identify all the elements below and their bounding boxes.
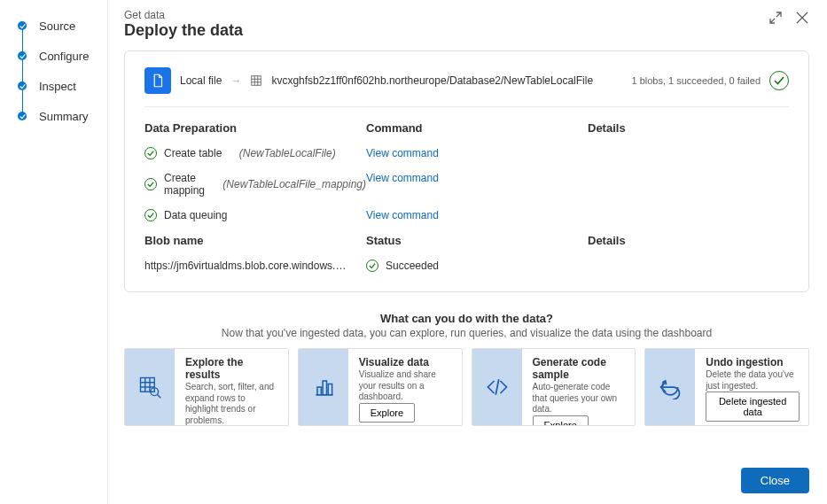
step-summary[interactable]: Summary	[18, 101, 107, 131]
prep-row: Create table (NewTableLocalFile)	[144, 147, 366, 159]
step-inspect[interactable]: Inspect	[18, 71, 107, 101]
page-pretitle: Get data	[124, 9, 768, 21]
tile-desc: Search, sort, filter, and expand rows to…	[185, 382, 279, 426]
code-icon	[472, 349, 522, 425]
tile-visualize: Visualize data Visualize and share your …	[298, 348, 463, 426]
arrow-icon: →	[230, 74, 241, 87]
svg-rect-1	[141, 378, 155, 392]
check-icon	[18, 112, 27, 120]
step-label: Source	[39, 19, 75, 33]
table-search-icon	[125, 349, 175, 425]
view-command-link[interactable]: View command	[366, 172, 588, 197]
main-panel: Get data Deploy the data Local file → kv…	[108, 0, 827, 504]
path-row: Local file → kvcxghfsb2z1ff0nf602hb.nort…	[144, 67, 789, 107]
tile-desc: Delete the data you've just ingested.	[706, 369, 800, 392]
action-tiles: Explore the results Search, sort, filter…	[124, 348, 809, 426]
tile-title: Generate code sample	[533, 356, 627, 381]
svg-rect-4	[323, 381, 326, 395]
step-source[interactable]: Source	[18, 11, 107, 41]
tile-explore: Explore the results Search, sort, filter…	[124, 348, 289, 426]
prep-detail: (NewTableLocalFile_mapping)	[222, 178, 366, 190]
prep-label: Data queuing	[164, 209, 227, 221]
view-command-link[interactable]: View command	[366, 147, 588, 159]
check-icon	[18, 21, 27, 30]
prep-row: Data queuing	[144, 209, 366, 221]
check-icon	[18, 81, 27, 90]
col-command: Command	[366, 121, 588, 135]
step-label: Configure	[39, 50, 89, 63]
col-status: Status	[366, 234, 588, 247]
database-icon	[250, 74, 262, 87]
promo-subtitle: Now that you've ingested data, you can e…	[124, 327, 809, 339]
expand-icon[interactable]	[768, 11, 783, 25]
step-connector	[22, 23, 23, 112]
chart-icon	[299, 349, 348, 425]
undo-icon	[645, 349, 695, 425]
svg-rect-0	[252, 76, 261, 86]
check-icon	[144, 178, 157, 190]
prep-label: Create table	[164, 147, 222, 159]
step-label: Summary	[39, 110, 89, 123]
tile-title: Visualize data	[359, 356, 453, 368]
col-details-2: Details	[588, 234, 789, 247]
close-icon[interactable]	[795, 11, 809, 25]
view-command-link[interactable]: View command	[366, 209, 588, 221]
prep-detail: (NewTableLocalFile)	[239, 147, 336, 159]
details-cell	[588, 172, 789, 197]
tile-title: Explore the results	[185, 356, 279, 381]
prep-row: Create mapping (NewTableLocalFile_mappin…	[144, 172, 366, 197]
prep-label: Create mapping	[164, 172, 206, 197]
tile-desc: Auto-generate code that queries your own…	[533, 382, 627, 415]
explore-button[interactable]: Explore	[359, 403, 415, 423]
deploy-card: Local file → kvcxghfsb2z1ff0nf602hb.nort…	[124, 50, 809, 292]
col-details: Details	[588, 121, 789, 135]
blob-status: Succeeded	[366, 260, 588, 272]
file-icon	[144, 67, 171, 94]
delete-ingested-button[interactable]: Delete ingested data	[706, 392, 800, 422]
page-title: Deploy the data	[124, 21, 768, 40]
wizard-sidebar: Source Configure Inspect Summary	[0, 0, 108, 504]
blob-status-label: Succeeded	[386, 260, 439, 272]
ingest-summary: 1 blobs, 1 succeeded, 0 failed	[631, 75, 761, 86]
tile-undo: Undo ingestion Delete the data you've ju…	[644, 348, 809, 426]
tile-code: Generate code sample Auto-generate code …	[472, 348, 636, 426]
success-icon	[769, 71, 789, 90]
details-cell	[588, 260, 789, 272]
details-cell	[588, 147, 789, 159]
step-configure[interactable]: Configure	[18, 41, 107, 71]
check-icon	[144, 147, 157, 159]
svg-rect-5	[328, 384, 332, 395]
details-cell	[588, 209, 789, 221]
check-icon	[18, 51, 27, 60]
promo-title: What can you do with the data?	[124, 312, 809, 325]
col-preparation: Data Preparation	[144, 121, 366, 135]
footer: Close	[124, 454, 809, 493]
blob-url: https://jm6virtualdms.blob.core.windows.…	[144, 260, 348, 272]
check-icon	[366, 260, 378, 272]
svg-rect-3	[317, 387, 321, 395]
source-label: Local file	[180, 74, 222, 87]
check-icon	[144, 209, 157, 221]
close-button[interactable]: Close	[741, 468, 809, 493]
tile-desc: Visualize and share your results on a da…	[359, 369, 453, 403]
col-blob: Blob name	[144, 234, 366, 247]
explore-button[interactable]: Explore	[533, 415, 589, 427]
destination-path: kvcxghfsb2z1ff0nf602hb.northeurope/Datab…	[271, 74, 593, 87]
step-label: Inspect	[39, 80, 76, 93]
tile-title: Undo ingestion	[706, 356, 800, 368]
